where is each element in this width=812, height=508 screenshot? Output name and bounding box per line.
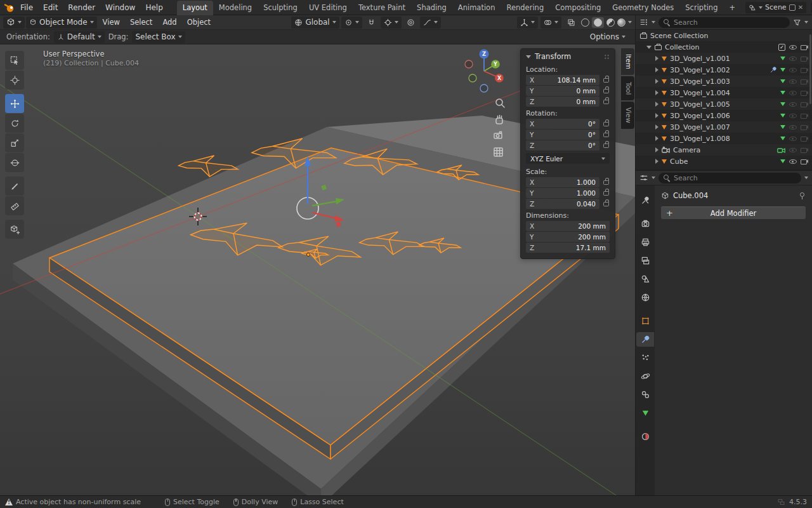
workspace-tab-animation[interactable]: Animation: [452, 1, 501, 15]
hide-eye-icon[interactable]: [789, 123, 797, 131]
tool-rotate[interactable]: [5, 114, 24, 133]
menu-render[interactable]: Render: [63, 0, 100, 15]
location-x-field[interactable]: X108.14 mm: [526, 75, 599, 85]
hide-eye-icon[interactable]: [789, 146, 797, 154]
menu-help[interactable]: Help: [140, 0, 167, 15]
blender-logo-icon[interactable]: [4, 3, 15, 13]
filter-funnel-icon[interactable]: [793, 18, 801, 27]
lock-icon[interactable]: [603, 144, 609, 148]
lock-icon[interactable]: [603, 89, 609, 93]
outliner-row-object[interactable]: 3D_Vogel_v1.003: [636, 76, 812, 87]
tab-object[interactable]: [636, 314, 654, 328]
location-z-field[interactable]: Z0 mm: [526, 97, 599, 107]
lock-icon[interactable]: [603, 133, 609, 137]
rotation-mode-dropdown[interactable]: XYZ Euler: [526, 153, 610, 164]
xray-toggle-button[interactable]: [564, 17, 579, 29]
shading-solid-active[interactable]: [592, 17, 604, 28]
outliner-scrollbar[interactable]: [809, 34, 811, 104]
properties-editor-caret[interactable]: [652, 177, 655, 179]
outliner-editor-icon[interactable]: [639, 18, 648, 27]
add-modifier-button[interactable]: + Add Modifier: [661, 206, 806, 219]
menu-edit[interactable]: Edit: [38, 0, 63, 15]
lock-icon[interactable]: [603, 180, 609, 185]
workspace-tab-sculpting[interactable]: Sculpting: [258, 1, 303, 15]
render-visibility-icon[interactable]: [800, 66, 808, 74]
tool-measure[interactable]: [5, 196, 24, 215]
expand-icon[interactable]: [655, 90, 658, 95]
filter-caret[interactable]: [804, 21, 808, 23]
render-visibility-icon[interactable]: [800, 77, 808, 86]
tab-particles[interactable]: [636, 351, 654, 365]
tab-output[interactable]: [636, 235, 654, 250]
outliner-search-input[interactable]: [674, 18, 785, 27]
tool-select-box[interactable]: [5, 51, 24, 70]
editor-type-selector[interactable]: [3, 17, 25, 29]
tool-cursor[interactable]: [5, 70, 24, 90]
tab-modifiers[interactable]: [636, 332, 654, 347]
outliner-row-object[interactable]: 3D_Vogel_v1.004: [636, 87, 812, 98]
proportional-edit-button[interactable]: [403, 17, 418, 29]
tool-move[interactable]: [5, 94, 24, 113]
properties-editor-icon[interactable]: [639, 173, 648, 182]
outliner-row-cube[interactable]: Cube: [636, 156, 812, 167]
outliner-row-object[interactable]: 3D_Vogel_v1.006: [636, 110, 812, 121]
hide-eye-icon[interactable]: [789, 55, 797, 63]
outliner-row-camera[interactable]: Camera: [636, 144, 812, 156]
outliner-row-collection[interactable]: Collection: [636, 41, 812, 53]
outliner-search[interactable]: [658, 17, 790, 28]
snap-settings-dropdown[interactable]: [381, 17, 402, 29]
menu-window[interactable]: Window: [100, 0, 140, 15]
collection-checkbox[interactable]: [778, 44, 785, 51]
tool-transform[interactable]: [5, 153, 24, 172]
sidebar-tab-item[interactable]: Item: [621, 48, 634, 75]
workspace-tab-modeling[interactable]: Modeling: [213, 1, 258, 15]
tab-world[interactable]: [636, 290, 654, 305]
hide-eye-icon[interactable]: [789, 135, 797, 143]
lock-icon[interactable]: [603, 78, 609, 83]
shading-caret[interactable]: [628, 21, 632, 23]
outliner-row-object[interactable]: 3D_Vogel_v1.001: [636, 53, 812, 64]
workspace-tab-uv-editing[interactable]: UV Editing: [303, 1, 353, 15]
tab-render[interactable]: [636, 217, 654, 231]
sidebar-tab-view[interactable]: View: [621, 102, 634, 129]
menu-add[interactable]: Add: [158, 17, 181, 28]
snap-toggle-button[interactable]: [364, 17, 379, 29]
render-visibility-icon[interactable]: [800, 112, 808, 120]
outliner-row-object[interactable]: 3D_Vogel_v1.002: [636, 64, 812, 76]
outliner-row-object[interactable]: 3D_Vogel_v1.008: [636, 133, 812, 144]
hide-eye-icon[interactable]: [789, 77, 797, 86]
dimensions-y-field[interactable]: Y200 mm: [526, 232, 610, 242]
unlink-scene-icon[interactable]: ✕: [798, 4, 803, 11]
tab-object-data[interactable]: [636, 406, 654, 420]
properties-search-input[interactable]: [674, 174, 797, 182]
hide-eye-icon[interactable]: [789, 66, 797, 74]
tool-add-cube[interactable]: [5, 220, 24, 239]
nav-neg-x[interactable]: [465, 60, 473, 68]
workspace-tab-geometry-nodes[interactable]: Geometry Nodes: [606, 1, 679, 15]
shading-rendered-button[interactable]: [617, 18, 625, 27]
properties-options-caret[interactable]: [804, 177, 808, 179]
show-gizmos-dropdown[interactable]: [517, 17, 538, 29]
expand-icon[interactable]: [655, 124, 658, 130]
rotation-z-field[interactable]: Z0°: [526, 140, 599, 150]
tab-physics[interactable]: [636, 369, 654, 384]
expand-icon[interactable]: [655, 102, 658, 107]
workspace-tab-layout[interactable]: Layout: [177, 1, 213, 15]
tool-scale[interactable]: [5, 133, 24, 152]
scale-z-field[interactable]: Z0.040: [526, 199, 599, 209]
outliner-editor-caret[interactable]: [652, 21, 655, 23]
menu-view[interactable]: View: [98, 17, 124, 28]
show-overlays-dropdown[interactable]: [540, 17, 561, 29]
expand-icon[interactable]: [655, 56, 658, 61]
mode-dropdown[interactable]: Object Mode: [26, 17, 97, 29]
dimensions-z-field[interactable]: Z17.1 mm: [526, 243, 610, 253]
workspace-tab-scripting[interactable]: Scripting: [679, 1, 723, 15]
nav-neg-y[interactable]: [469, 74, 476, 82]
hide-eye-icon[interactable]: [789, 112, 797, 120]
drag-mode-dropdown[interactable]: Select Box: [132, 31, 185, 43]
dimensions-x-field[interactable]: X200 mm: [526, 221, 610, 231]
lock-icon[interactable]: [603, 100, 609, 104]
menu-file[interactable]: File: [15, 0, 38, 15]
scale-y-field[interactable]: Y1.000: [526, 188, 599, 198]
tool-annotate[interactable]: [5, 177, 24, 196]
